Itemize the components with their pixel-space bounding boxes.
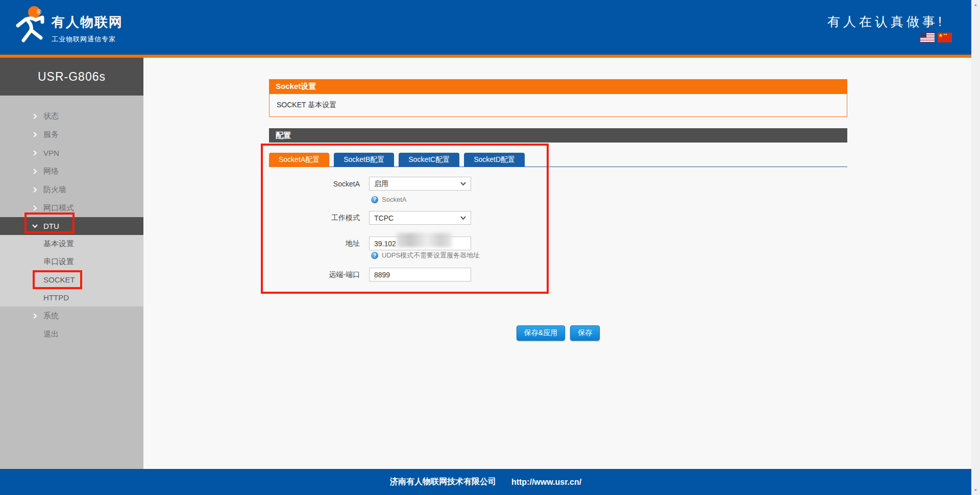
sidebar-item-firewall[interactable]: 防火墙 — [0, 180, 143, 199]
scroll-down-icon[interactable]: ▼ — [971, 488, 980, 492]
section-description: SOCKET 基本设置 — [277, 101, 336, 110]
chevron-down-icon — [460, 182, 466, 186]
sidebar-item-status[interactable]: 状态 — [0, 107, 143, 125]
sidebar-item-label: 状态 — [43, 111, 59, 121]
dtu-submenu: 基本设置 串口设置 SOCKET HTTPD — [0, 235, 143, 307]
sidebar-item-label: 防火墙 — [43, 185, 66, 195]
chevron-down-icon — [460, 216, 466, 220]
help-text: UDPS模式不需要设置服务器地址 — [382, 251, 480, 260]
star-icon: ★ — [938, 32, 943, 39]
chevron-right-icon — [32, 205, 38, 211]
button-row: 保存&应用 保存 — [269, 325, 847, 341]
help-text: SocketA — [382, 196, 406, 203]
sidebar-item-label: DTU — [43, 222, 59, 230]
address-help: ? UDPS模式不需要设置服务器地址 — [371, 251, 480, 260]
help-icon: ? — [371, 196, 378, 203]
page-scrollbar[interactable]: ▲ ▼ — [971, 0, 980, 495]
sidebar-item-services[interactable]: 服务 — [0, 125, 143, 144]
sidebar-item-label: VPN — [43, 149, 59, 157]
sidebar-item-serial-settings[interactable]: 串口设置 — [0, 253, 143, 271]
language-switch: ★ ★★ — [920, 33, 952, 42]
sidebar-item-label: SOCKET — [43, 275, 75, 284]
sidebar-item-label: 基本设置 — [43, 239, 74, 249]
sidebar-item-port-mode[interactable]: 网口模式 — [0, 199, 143, 217]
sidebar-item-label: 系统 — [43, 311, 59, 321]
field-label: 远端-端口 — [269, 270, 360, 279]
sidebar-menu: 状态 服务 VPN 网络 防火墙 网口模式 DTU 基本设置 — [0, 96, 143, 343]
form-row-address: 地址 — [269, 237, 471, 250]
sidebar-item-logout[interactable]: 退出 — [0, 325, 143, 343]
config-title-bar: 配置 — [269, 128, 847, 143]
sidebar-item-dtu[interactable]: DTU — [0, 217, 143, 235]
us-flag-icon[interactable] — [920, 33, 935, 42]
remote-port-input[interactable] — [369, 268, 471, 281]
brand-title: 有人物联网 — [52, 13, 123, 31]
chevron-right-icon — [32, 187, 38, 193]
sidebar-item-label: 服务 — [43, 130, 59, 139]
select-value: 启用 — [374, 179, 388, 188]
sidebar-item-socket[interactable]: SOCKET — [0, 271, 143, 289]
section-description-box: SOCKET 基本设置 — [269, 93, 847, 117]
cn-flag-icon[interactable]: ★ ★★ — [938, 33, 952, 42]
form-row-work-mode: 工作模式 TCPC — [269, 211, 471, 225]
socket-a-help: ? SocketA — [371, 196, 406, 203]
redaction-blur — [397, 233, 452, 247]
star-icon: ★★ — [943, 33, 947, 36]
registered-mark: ® — [37, 9, 41, 16]
main-content: Socket设置 SOCKET 基本设置 配置 SocketA配置 Socket… — [269, 58, 847, 469]
chevron-right-icon — [32, 113, 38, 119]
sidebar-item-label: 网口模式 — [43, 203, 74, 213]
sidebar-item-vpn[interactable]: VPN — [0, 144, 143, 162]
sidebar-item-system[interactable]: 系统 — [0, 307, 143, 325]
select-value: TCPC — [374, 214, 394, 222]
sidebar-item-label: 网络 — [43, 167, 59, 176]
sidebar-item-basic-settings[interactable]: 基本设置 — [0, 235, 143, 253]
help-icon: ? — [371, 252, 378, 259]
chevron-right-icon — [32, 313, 38, 319]
footer-url-link[interactable]: http://www.usr.cn/ — [511, 478, 581, 487]
socket-tabs: SocketA配置 SocketB配置 SocketC配置 SocketD配置 — [269, 153, 847, 167]
chevron-down-icon — [32, 223, 38, 229]
field-label: SocketA — [269, 180, 360, 188]
chevron-right-icon — [32, 150, 38, 156]
device-title: USR-G806s — [0, 58, 143, 96]
form-row-socket-a: SocketA 启用 — [269, 177, 471, 191]
address-field-wrap — [369, 237, 471, 250]
top-header: ® 有人物联网 工业物联网通信专家 有人在认真做事! ★ ★★ — [0, 0, 971, 55]
brand-block: 有人物联网 工业物联网通信专家 — [52, 13, 123, 44]
section-title-bar: Socket设置 — [269, 79, 847, 93]
footer-company: 济南有人物联网技术有限公司 — [390, 477, 496, 487]
brand-subtitle: 工业物联网通信专家 — [52, 35, 123, 44]
sidebar-item-httpd[interactable]: HTTPD — [0, 289, 143, 307]
socket-a-select[interactable]: 启用 — [369, 177, 471, 191]
footer: 济南有人物联网技术有限公司 http://www.usr.cn/ — [0, 469, 971, 495]
scroll-up-icon[interactable]: ▲ — [971, 3, 980, 7]
sidebar-item-label: HTTPD — [43, 293, 69, 302]
chevron-right-icon — [32, 132, 38, 137]
field-label: 地址 — [269, 239, 360, 248]
work-mode-select[interactable]: TCPC — [369, 211, 471, 225]
sidebar-item-network[interactable]: 网络 — [0, 162, 143, 180]
tab-socket-b[interactable]: SocketB配置 — [334, 153, 394, 167]
tab-socket-a[interactable]: SocketA配置 — [269, 153, 329, 167]
tab-socket-d[interactable]: SocketD配置 — [464, 153, 525, 167]
usr-logo-icon — [11, 3, 50, 44]
header-slogan: 有人在认真做事! — [827, 13, 945, 30]
sidebar: USR-G806s 状态 服务 VPN 网络 防火墙 网口模式 DTU — [0, 58, 143, 469]
save-button[interactable]: 保存 — [570, 325, 600, 341]
form-row-remote-port: 远端-端口 — [269, 268, 471, 281]
sidebar-item-label: 退出 — [43, 329, 59, 339]
sidebar-item-label: 串口设置 — [43, 257, 74, 267]
chevron-right-icon — [32, 169, 38, 174]
field-label: 工作模式 — [269, 214, 360, 223]
tab-socket-c[interactable]: SocketC配置 — [399, 153, 459, 167]
save-apply-button[interactable]: 保存&应用 — [517, 325, 565, 341]
